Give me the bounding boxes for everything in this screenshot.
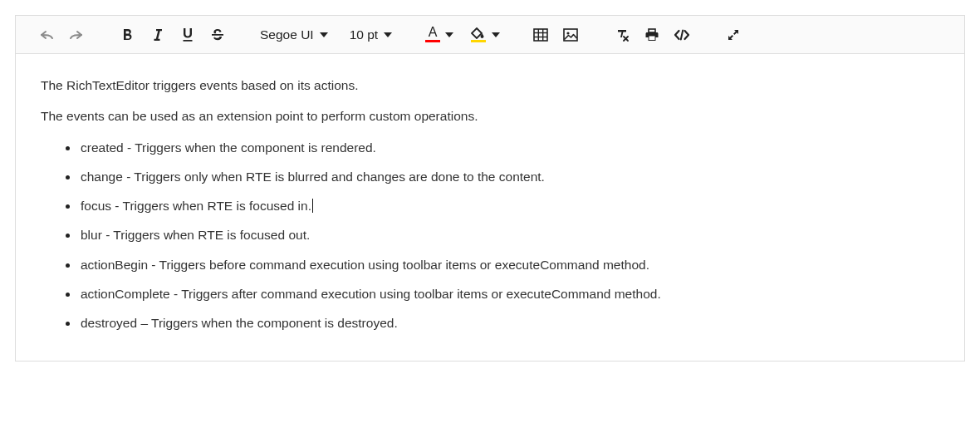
insert-table-button[interactable]: [527, 21, 555, 49]
source-code-button[interactable]: [668, 21, 696, 49]
insert-image-button[interactable]: [556, 21, 585, 49]
text-cursor: [312, 199, 313, 213]
list-item: created - Triggers when the component is…: [79, 138, 939, 157]
bold-button[interactable]: [114, 21, 142, 49]
italic-button[interactable]: [144, 21, 172, 49]
svg-point-6: [567, 32, 570, 34]
list-item: destroyed – Triggers when the component …: [79, 313, 939, 332]
editor-content[interactable]: The RichTextEditor triggers events based…: [16, 54, 964, 361]
list-item: change - Triggers only when RTE is blurr…: [79, 167, 939, 186]
fill-bucket-icon: [468, 27, 488, 42]
redo-button[interactable]: [62, 21, 91, 49]
svg-rect-10: [649, 36, 655, 40]
event-list: created - Triggers when the component is…: [41, 138, 939, 333]
font-name-label: Segoe UI: [260, 27, 314, 42]
font-name-dropdown[interactable]: Segoe UI: [255, 21, 333, 49]
strikethrough-button[interactable]: [203, 21, 232, 49]
svg-rect-9: [649, 29, 655, 32]
chevron-down-icon: [445, 32, 453, 37]
svg-line-11: [681, 30, 683, 39]
toolbar: Segoe UI 10 pt A: [16, 16, 964, 54]
chevron-down-icon: [492, 32, 500, 37]
rich-text-editor: Segoe UI 10 pt A: [15, 15, 965, 362]
svg-rect-0: [534, 29, 547, 41]
chevron-down-icon: [384, 32, 392, 37]
list-item: actionComplete - Triggers after command …: [79, 284, 939, 303]
undo-button[interactable]: [32, 21, 61, 49]
font-color-dropdown[interactable]: A: [420, 21, 457, 49]
list-item: actionBegin - Triggers before command ex…: [79, 255, 939, 274]
list-item: blur - Triggers when RTE is focused out.: [79, 225, 939, 244]
font-size-label: 10 pt: [350, 27, 378, 42]
font-size-dropdown[interactable]: 10 pt: [345, 21, 397, 49]
print-button[interactable]: [638, 21, 666, 49]
font-color-icon: A: [424, 27, 442, 42]
chevron-down-icon: [320, 32, 328, 37]
paragraph: The RichTextEditor triggers events based…: [41, 76, 939, 95]
underline-button[interactable]: [174, 21, 202, 49]
fullscreen-button[interactable]: [719, 21, 747, 49]
background-color-dropdown[interactable]: [465, 21, 503, 49]
paragraph: The events can be used as an extension p…: [41, 106, 939, 125]
list-item: focus - Triggers when RTE is focused in.: [79, 196, 939, 215]
clear-format-button[interactable]: [608, 21, 636, 49]
